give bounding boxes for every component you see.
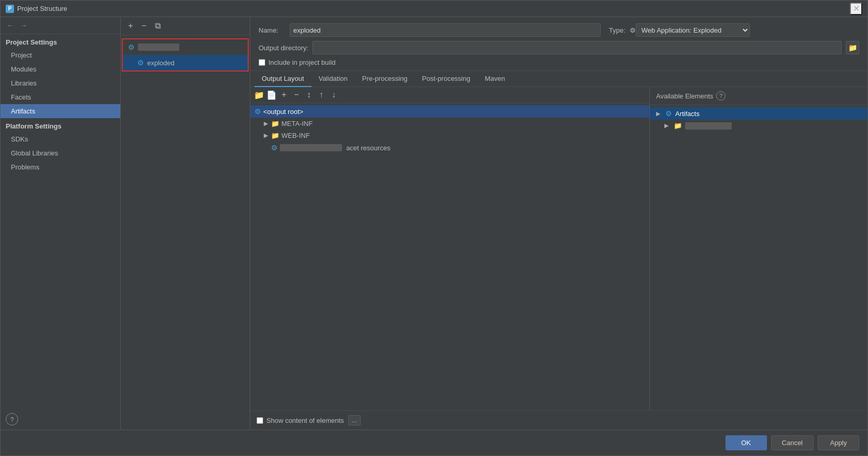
tree-content: ⚙ <output root> ▶ 📁 META-INF <box>250 103 649 410</box>
ellipsis-button[interactable]: ... <box>348 415 361 425</box>
tree-btn-folder[interactable]: 📁 <box>253 89 265 101</box>
output-root-icon: ⚙ <box>254 107 261 116</box>
tabs-bar: Output Layout Validation Pre-processing … <box>250 71 867 87</box>
available-elements-header: Available Elements ? <box>650 87 867 105</box>
tree-btn-add[interactable]: + <box>278 89 290 101</box>
blurred-expand-icon: ▶ <box>664 122 671 129</box>
available-elements-content: ▶ ⚙ Artifacts ▶ 📁 <box>650 105 867 410</box>
blurred-item-label <box>685 122 732 130</box>
blurred-item-icon: 📁 <box>674 122 682 130</box>
include-label: Include in project build <box>268 59 335 66</box>
output-dir-input[interactable] <box>312 41 842 54</box>
web-inf-expand-icon: ▶ <box>263 133 269 139</box>
nav-arrows: ← → <box>1 17 120 34</box>
project-structure-dialog: P Project Structure ✕ ← → Project Settin… <box>0 0 868 456</box>
artifact-parent-label <box>138 44 179 51</box>
tab-maven[interactable]: Maven <box>477 71 512 87</box>
type-label: Type: <box>609 26 625 34</box>
tree-toolbar: 📁 📄 + − ↕ ↑ ↓ <box>250 87 649 103</box>
ok-button[interactable]: OK <box>725 435 767 450</box>
sidebar-item-modules[interactable]: Modules <box>1 62 120 76</box>
type-icon: ⚙ <box>630 26 636 34</box>
tree-item-output-root[interactable]: ⚙ <output root> <box>250 105 649 118</box>
output-dir-label: Output directory: <box>259 44 308 52</box>
tab-post-processing[interactable]: Post-processing <box>415 71 477 87</box>
output-dir-row: Output directory: 📁 <box>259 41 859 54</box>
tree-item-web-inf[interactable]: ▶ 📁 WEB-INF <box>250 130 649 141</box>
sidebar-item-sdks[interactable]: SDKs <box>1 132 120 146</box>
tree-item-facet-resources[interactable]: ⚙ acet resources <box>250 141 649 154</box>
artifact-gear-icon: ⚙ <box>128 43 135 51</box>
avail-item-artifacts[interactable]: ▶ ⚙ Artifacts <box>650 107 867 120</box>
sidebar-item-libraries[interactable]: Libraries <box>1 76 120 90</box>
detail-panel: Name: Type: ⚙ Web Application: Exploded … <box>250 17 867 430</box>
tab-pre-processing[interactable]: Pre-processing <box>355 71 415 87</box>
name-type-row: Name: Type: ⚙ Web Application: Exploded <box>259 23 859 37</box>
facet-blurred-prefix <box>280 144 342 151</box>
artifacts-gear-icon: ⚙ <box>665 109 672 118</box>
copy-artifact-button[interactable]: ⧉ <box>152 20 163 32</box>
show-content-row: Show content of elements <box>257 417 344 424</box>
tree-btn-sort[interactable]: ↕ <box>303 89 315 101</box>
tree-btn-up[interactable]: ↑ <box>316 89 327 101</box>
artifact-item-container: ⚙ ⚙ exploded <box>122 38 249 72</box>
sidebar-item-global-libraries[interactable]: Global Libraries <box>1 146 120 160</box>
include-row: Include in project build <box>259 59 859 66</box>
cancel-button[interactable]: Cancel <box>771 435 814 450</box>
artifact-item-exploded[interactable]: ⚙ exploded <box>123 55 248 70</box>
sidebar-bottom: ? <box>1 409 120 430</box>
add-artifact-button[interactable]: + <box>125 20 136 32</box>
artifacts-expand-icon: ▶ <box>656 110 662 117</box>
dialog-title: Project Structure <box>17 5 850 12</box>
sidebar: ← → Project Settings Project Modules Lib… <box>1 17 121 430</box>
browse-button[interactable]: 📁 <box>846 41 859 54</box>
web-inf-folder-icon: 📁 <box>271 132 279 139</box>
type-select[interactable]: Web Application: Exploded <box>636 23 750 37</box>
tab-output-layout[interactable]: Output Layout <box>254 71 311 87</box>
avail-item-blurred[interactable]: ▶ 📁 <box>650 120 867 132</box>
artifact-list-panel: + − ⧉ ⚙ ⚙ exploded <box>121 17 250 430</box>
available-help-icon[interactable]: ? <box>716 91 725 101</box>
apply-button[interactable]: Apply <box>818 435 859 450</box>
tree-btn-file[interactable]: 📄 <box>266 89 277 101</box>
sidebar-item-problems[interactable]: Problems <box>1 160 120 174</box>
sidebar-item-artifacts[interactable]: Artifacts <box>1 104 120 118</box>
nav-back[interactable]: ← <box>5 20 16 31</box>
meta-inf-folder-icon: 📁 <box>271 120 279 127</box>
artifact-exploded-label: exploded <box>147 59 175 67</box>
tree-item-meta-inf[interactable]: ▶ 📁 META-INF <box>250 118 649 130</box>
name-input[interactable] <box>290 23 601 37</box>
show-content-checkbox[interactable] <box>257 417 263 424</box>
artifact-item-parent[interactable]: ⚙ <box>123 39 248 55</box>
available-elements-panel: Available Elements ? ▶ ⚙ Artifacts <box>650 87 867 410</box>
name-label: Name: <box>259 26 290 34</box>
bottom-bar: Show content of elements ... <box>250 410 867 430</box>
sidebar-item-project[interactable]: Project <box>1 48 120 62</box>
tree-btn-down[interactable]: ↓ <box>328 89 339 101</box>
artifacts-label: Artifacts <box>675 110 700 118</box>
show-content-label: Show content of elements <box>266 417 344 424</box>
content-panel: + − ⧉ ⚙ ⚙ exploded <box>121 17 867 430</box>
help-button[interactable]: ? <box>6 413 18 425</box>
platform-settings-header[interactable]: Platform Settings <box>1 118 120 132</box>
tree-btn-remove[interactable]: − <box>291 89 302 101</box>
facet-resources-icon: ⚙ <box>271 144 278 152</box>
nav-forward[interactable]: → <box>18 20 30 31</box>
artifact-list: ⚙ ⚙ exploded <box>121 35 250 430</box>
detail-header: Name: Type: ⚙ Web Application: Exploded … <box>250 17 867 71</box>
main-content: ← → Project Settings Project Modules Lib… <box>1 17 867 430</box>
sidebar-item-facets[interactable]: Facets <box>1 90 120 104</box>
web-inf-label: WEB-INF <box>281 132 310 139</box>
dialog-buttons: OK Cancel Apply <box>1 430 867 455</box>
meta-inf-expand-icon: ▶ <box>263 121 269 127</box>
remove-artifact-button[interactable]: − <box>138 20 150 32</box>
tab-validation[interactable]: Validation <box>311 71 355 87</box>
project-settings-header[interactable]: Project Settings <box>1 34 120 48</box>
close-button[interactable]: ✕ <box>850 3 862 15</box>
output-root-label: <output root> <box>263 108 303 116</box>
output-layout-panel: 📁 📄 + − ↕ ↑ ↓ ⚙ <output ro <box>250 87 867 410</box>
title-bar: P Project Structure ✕ <box>1 1 867 17</box>
dialog-icon: P <box>6 5 14 13</box>
include-checkbox[interactable] <box>259 59 265 66</box>
artifact-exploded-gear-icon: ⚙ <box>137 59 144 67</box>
